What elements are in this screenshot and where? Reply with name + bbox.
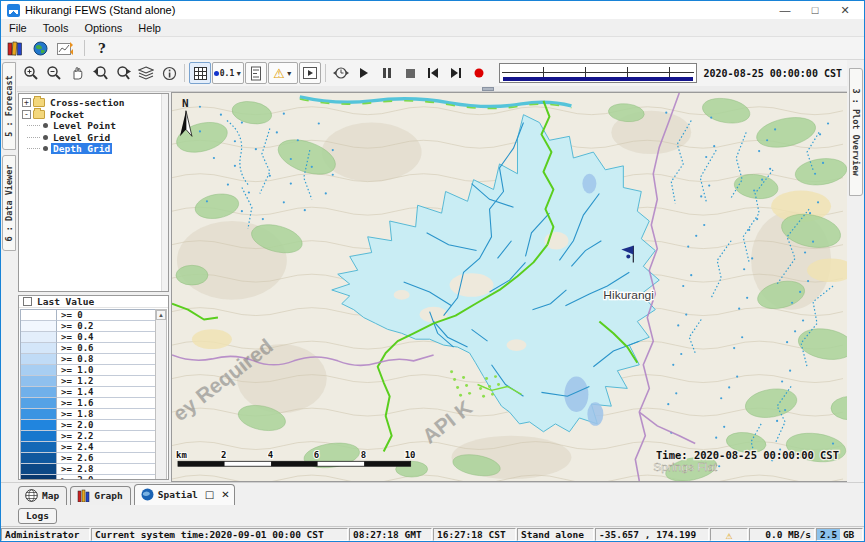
last-value-checkbox[interactable] (23, 297, 32, 306)
help-button[interactable]: ? (94, 41, 110, 56)
data-viewer-panel: +Cross-section-PocketLevel PointLevel Gr… (17, 92, 171, 482)
legend-row-label: >= 0 (57, 310, 155, 321)
toolbar-separator (184, 64, 185, 82)
legend-row[interactable]: >= 2.8 (21, 464, 155, 475)
tab-data-viewer[interactable]: 6 : Data Viewer (2, 155, 16, 251)
legend-table: >= 0>= 0.2>= 0.4>= 0.6>= 0.8>= 1.0>= 1.2… (20, 309, 155, 480)
minimize-button[interactable]: — (770, 2, 800, 18)
tree-item[interactable]: Level Grid (22, 132, 168, 144)
play-button[interactable] (353, 62, 375, 84)
scroll-up-icon[interactable]: ▲ (156, 310, 166, 320)
zoom-next-icon[interactable] (112, 62, 134, 84)
display-shortcuts-icon[interactable] (55, 38, 75, 58)
pause-button[interactable] (376, 62, 398, 84)
tab-spatial[interactable]: Spatial □ ✕ (134, 484, 235, 505)
tree-item-label: Depth Grid (51, 143, 112, 154)
info-icon[interactable] (158, 62, 180, 84)
zoom-out-icon[interactable] (43, 62, 65, 84)
top-toolbar: ? (1, 37, 864, 60)
menu-help[interactable]: Help (130, 21, 169, 35)
zoom-in-icon[interactable] (20, 62, 42, 84)
app-window: Hikurangi FEWS (Stand alone) — □ ✕ File … (0, 0, 865, 542)
tree-connector (27, 125, 40, 126)
legend-row[interactable]: >= 0.4 (21, 332, 155, 343)
tab-maximize-icon[interactable]: □ (205, 489, 214, 500)
legend-row[interactable]: >= 1.0 (21, 365, 155, 376)
tree-item[interactable]: Depth Grid (22, 143, 168, 155)
tab-graph[interactable]: Graph (70, 486, 131, 505)
svg-text:8: 8 (361, 450, 366, 460)
legend-row-label: >= 2.6 (57, 453, 155, 464)
tree-connector (27, 148, 40, 149)
legend-row[interactable]: >= 2.4 (21, 442, 155, 453)
legend-row[interactable]: >= 0 (21, 310, 155, 321)
stop-button[interactable] (399, 62, 421, 84)
legend-row-label: >= 0.8 (57, 354, 155, 365)
legend-row[interactable]: >= 2.2 (21, 431, 155, 442)
grid-toggle-button[interactable] (189, 62, 211, 84)
tree-item[interactable]: -Pocket (22, 109, 168, 121)
legend-row-label: >= 1.0 (57, 365, 155, 376)
tab-forecast[interactable]: 5 : Forecast (2, 62, 16, 150)
legend-row[interactable]: >= 2.0 (21, 420, 155, 431)
menu-options[interactable]: Options (76, 21, 130, 35)
data-explorer-icon[interactable] (5, 38, 25, 58)
legend-row[interactable]: >= 1.4 (21, 387, 155, 398)
zoom-previous-icon[interactable] (89, 62, 111, 84)
menu-bar: File Tools Options Help (1, 19, 864, 37)
close-button[interactable]: ✕ (830, 2, 860, 18)
legend-row-label: >= 2.0 (57, 420, 155, 431)
menu-file[interactable]: File (1, 21, 35, 35)
warning-threshold-button[interactable]: ⚠ ▼ (268, 62, 298, 84)
tree-item[interactable]: Level Point (22, 120, 168, 132)
status-memory: 2.5 GB (816, 528, 863, 541)
svg-text:10: 10 (405, 450, 416, 460)
tree-item[interactable]: +Cross-section (22, 97, 168, 109)
tab-map[interactable]: Map (18, 486, 67, 505)
legend-row-label: >= 1.8 (57, 409, 155, 420)
skip-start-button[interactable] (422, 62, 444, 84)
tree-expander-icon[interactable]: + (22, 98, 31, 107)
legend-row[interactable]: >= 3.0 (21, 475, 155, 480)
record-button[interactable] (468, 62, 490, 84)
legend-row-label: >= 1.4 (57, 387, 155, 398)
layers-icon[interactable] (135, 62, 157, 84)
legend-row[interactable]: >= 0.2 (21, 321, 155, 332)
tree-expander-icon[interactable]: - (22, 110, 31, 119)
legend-swatch (21, 321, 57, 332)
legend-row[interactable]: >= 1.2 (21, 376, 155, 387)
pan-hand-icon[interactable] (66, 62, 88, 84)
globe-icon[interactable] (30, 38, 50, 58)
legend-scrollbar[interactable]: ▲ ▼ (155, 309, 167, 480)
title-bar[interactable]: Hikurangi FEWS (Stand alone) — □ ✕ (1, 1, 864, 19)
legend-panel: Last Value >= 0>= 0.2>= 0.4>= 0.6>= 0.8>… (18, 295, 169, 480)
time-slider-handle[interactable] (482, 87, 494, 91)
maximize-button[interactable]: □ (800, 2, 830, 18)
legend-row-label: >= 1.2 (57, 376, 155, 387)
status-warning-icon[interactable]: ⚠ (710, 528, 748, 541)
contour-interval-button[interactable]: 0.1 ▼ (212, 62, 244, 84)
logs-button[interactable]: Logs (18, 508, 57, 524)
legend-swatch (21, 398, 57, 409)
status-mode: Stand alone (517, 528, 594, 541)
tab-close-icon[interactable]: ✕ (221, 489, 229, 500)
menu-tools[interactable]: Tools (35, 21, 77, 35)
legend-row[interactable]: >= 2.6 (21, 453, 155, 464)
legend-row[interactable]: >= 0.6 (21, 343, 155, 354)
legend-row[interactable]: >= 0.8 (21, 354, 155, 365)
tree-scrollbar[interactable] (161, 94, 168, 291)
timeline-slider[interactable] (499, 63, 697, 83)
legend-row[interactable]: >= 1.8 (21, 409, 155, 420)
toolbar-separator (84, 40, 85, 56)
animation-settings-icon[interactable] (330, 62, 352, 84)
skip-end-button[interactable] (445, 62, 467, 84)
status-user: Administrator (1, 528, 90, 541)
folder-icon (33, 110, 45, 119)
tab-plot-overview[interactable]: 3 : Plot Overview (849, 68, 863, 196)
legend-row[interactable]: >= 1.6 (21, 398, 155, 409)
scale-bar-button[interactable] (245, 62, 267, 84)
left-tab-strip: 5 : Forecast 6 : Data Viewer (1, 60, 17, 482)
animation-button[interactable] (299, 62, 321, 84)
map-canvas[interactable]: ey Required API K Hikurangi Springs Flat (171, 92, 847, 482)
legend-swatch (21, 409, 57, 420)
